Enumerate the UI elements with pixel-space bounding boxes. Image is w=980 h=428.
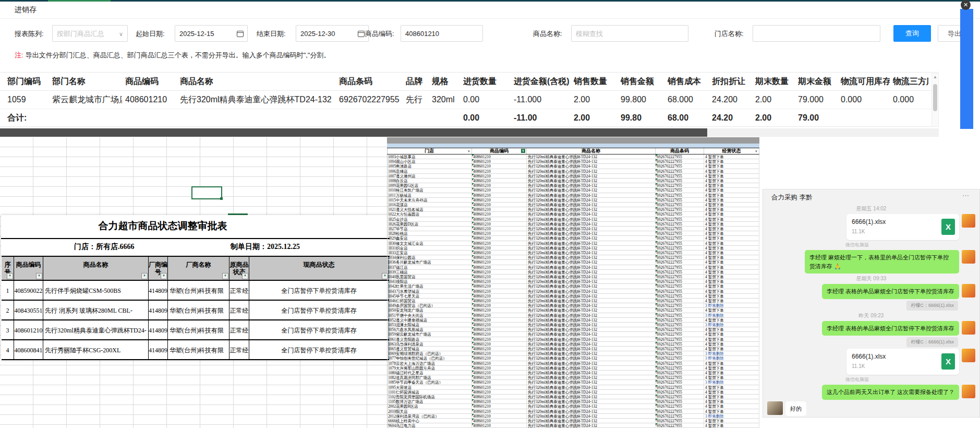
excel-mid-cell[interactable]: 408601210	[472, 169, 527, 174]
excel-mid-cell[interactable]: 6926702227955	[656, 327, 704, 332]
excel-mid-column-header[interactable]: 经营状态▼	[704, 148, 759, 154]
excel-mid-cell[interactable]: 先行320ml精典泰迪童心弹跳杯TD24-132	[527, 284, 656, 289]
excel-mid-cell[interactable]: 408601210	[472, 323, 527, 327]
filter-icon[interactable]: ▼	[7, 273, 13, 279]
excel-mid-cell[interactable]: 先行320ml精典泰迪童心弹跳杯TD24-132	[527, 246, 656, 251]
excel-mid-cell[interactable]: 3 即将删除	[704, 414, 759, 419]
query-button[interactable]: 查询	[893, 25, 931, 42]
excel-mid-cell[interactable]: 6926702227955	[656, 241, 704, 246]
excel-mid-cell[interactable]: 1079大兴将军山田园方舟店	[387, 366, 472, 371]
excel-mid-cell[interactable]: 3 即将删除	[704, 303, 759, 308]
excel-mid-column-header[interactable]: 商品编码T	[472, 148, 527, 154]
approval-cell[interactable]: 4148098	[149, 281, 168, 301]
excel-mid-cell[interactable]: 1065遵义世贸城店	[387, 347, 472, 351]
excel-mid-cell[interactable]: 1010桂江美筑广场店	[387, 188, 472, 193]
excel-mid-cell[interactable]: 4 暂禁下单	[704, 255, 759, 260]
store-name-input[interactable]	[753, 25, 880, 42]
excel-mid-cell[interactable]: 408601210	[472, 327, 527, 332]
file-card[interactable]: 6666(1).xlsx 11.1K X	[846, 349, 959, 375]
excel-mid-cell[interactable]: 4 暂禁下单	[704, 222, 759, 227]
excel-mid-cell[interactable]: 先行320ml精典泰迪童心弹跳杯TD24-132	[527, 337, 656, 342]
excel-mid-cell[interactable]: 先行320ml精典泰迪童心弹跳杯TD24-132	[527, 351, 656, 356]
excel-mid-cell[interactable]: 1016花溪店	[387, 203, 472, 207]
excel-mid-cell[interactable]: 1052遵义中建幸福城店	[387, 318, 472, 323]
excel-mid-cell[interactable]: 6926702227955	[656, 303, 704, 308]
excel-mid-cell[interactable]: 1056六盘水凤凰城店	[387, 327, 472, 332]
quoted-message[interactable]: 柠檬C：6666(1).xlsx	[906, 301, 958, 311]
excel-mid-cell[interactable]: 408601210	[472, 414, 527, 419]
excel-mid-cell[interactable]: 408601210	[472, 356, 527, 361]
excel-mid-cell[interactable]: 408601210	[472, 174, 527, 179]
avatar[interactable]	[962, 321, 975, 335]
excel-mid-cell[interactable]: 3 即将删除	[704, 356, 759, 361]
excel-mid-cell[interactable]: 408601210	[472, 351, 527, 356]
excel-mid-cell[interactable]: 先行320ml精典泰迪童心弹跳杯TD24-132	[527, 174, 656, 179]
excel-mid-cell[interactable]: 6926702227955	[656, 351, 704, 356]
excel-mid-cell[interactable]: 先行320ml精典泰迪童心弹跳杯TD24-132	[527, 231, 656, 236]
excel-mid-cell[interactable]: 6926702227955	[656, 414, 704, 419]
excel-mid-cell[interactable]: 6926702227955	[656, 188, 704, 193]
excel-mid-cell[interactable]: 408601210	[472, 419, 527, 423]
scrollbar-up-icon[interactable]: ▲	[932, 75, 938, 79]
excel-mid-cell[interactable]: 1030修文文城汇金店	[387, 241, 472, 246]
approval-cell[interactable]: 408430551	[14, 301, 43, 320]
excel-mid-cell[interactable]: 6926702227955	[656, 395, 704, 399]
excel-mid-cell[interactable]: 4 暂禁下单	[704, 385, 759, 390]
product-name-input[interactable]: 模糊查找	[571, 25, 688, 42]
excel-mid-cell[interactable]: 1095大营坡店	[387, 385, 472, 390]
excel-mid-cell[interactable]: 1051平塘中央大街店	[387, 313, 472, 318]
excel-mid-cell[interactable]: 408601210	[472, 260, 527, 265]
approval-cell[interactable]: 正常经营	[229, 340, 249, 360]
excel-mid-cell[interactable]: 1040凯里国贸店	[387, 275, 472, 279]
excel-mid-cell[interactable]: 1007遵义播州店	[387, 174, 472, 179]
excel-mid-cell[interactable]: 先行320ml精典泰迪童心弹跳杯TD24-132	[527, 395, 656, 399]
excel-mid-cell[interactable]: 408601210	[472, 390, 527, 395]
excel-mid-cell[interactable]: 408601210	[472, 183, 527, 188]
approval-cell[interactable]: 2	[2, 301, 14, 320]
excel-mid-cell[interactable]: 4 暂禁下单	[704, 169, 759, 174]
excel-mid-cell[interactable]: 先行320ml精典泰迪童心弹跳杯TD24-132	[527, 227, 656, 231]
excel-mid-cell[interactable]: 6926702227955	[656, 356, 704, 361]
excel-mid-cell[interactable]: 先行320ml精典泰迪童心弹跳杯TD24-132	[527, 179, 656, 183]
excel-mid-cell[interactable]: 4 暂禁下单	[704, 337, 759, 342]
excel-mid-cell[interactable]: 6926702227955	[656, 174, 704, 179]
approval-cell[interactable]: 全门店暂停下单控货清库存	[249, 340, 389, 360]
excel-mid-cell[interactable]: 先行320ml精典泰迪童心弹跳杯TD24-132	[527, 154, 656, 159]
excel-mid-cell[interactable]: 4 暂禁下单	[704, 275, 759, 279]
excel-mid-cell[interactable]: 408601210	[472, 399, 527, 404]
excel-mid-cell[interactable]: 先行320ml精典泰迪童心弹跳杯TD24-132	[527, 265, 656, 270]
excel-mid-cell[interactable]: 4 暂禁下单	[704, 399, 759, 404]
approval-cell[interactable]: 4148098	[149, 301, 168, 320]
horizontal-scrollbar-thumb[interactable]	[0, 128, 707, 137]
close-icon[interactable]: ✕	[961, 0, 971, 10]
excel-mid-cell[interactable]: 408601210	[472, 337, 527, 342]
excel-mid-cell[interactable]: 3 即将删除	[704, 323, 759, 327]
excel-mid-cell[interactable]: 1039三穗店	[387, 270, 472, 275]
excel-mid-cell[interactable]: 1006息烽店	[387, 169, 472, 174]
excel-mid-cell[interactable]: 3 即将删除	[704, 380, 759, 385]
excel-mid-cell[interactable]: 4 暂禁下单	[704, 289, 759, 294]
approval-cell[interactable]: 1	[2, 281, 14, 301]
excel-selected-cell[interactable]	[191, 186, 222, 199]
excel-mid-cell[interactable]: 408601210	[472, 236, 527, 241]
excel-mid-cell[interactable]: 1027毕节店	[387, 227, 472, 231]
excel-mid-cell[interactable]: 4 暂禁下单	[704, 231, 759, 236]
excel-mid-cell[interactable]: 4 暂禁下单	[704, 390, 759, 395]
excel-mid-cell[interactable]: 4 暂禁下单	[704, 270, 759, 275]
filter-icon[interactable]: ▼	[755, 149, 758, 154]
excel-mid-cell[interactable]: 6926702227955	[656, 385, 704, 390]
excel-mid-cell[interactable]: 先行320ml精典泰迪童心弹跳杯TD24-132	[527, 332, 656, 337]
excel-mid-cell[interactable]: 4 暂禁下单	[704, 347, 759, 351]
excel-mid-cell[interactable]: 6926702227955	[656, 342, 704, 347]
excel-mid-cell[interactable]: 6926702227955	[656, 246, 704, 251]
excel-mid-cell[interactable]: 6926702227955	[656, 222, 704, 227]
approval-header[interactable]: 现商品状态▼	[249, 257, 389, 281]
excel-mid-cell[interactable]: 1026花果园D区店	[387, 222, 472, 227]
excel-mid-cell[interactable]: 1042红果生活广场店	[387, 284, 472, 289]
excel-mid-cell[interactable]: 6926702227955	[656, 308, 704, 313]
excel-mid-cell[interactable]: 先行320ml精典泰迪童心弹跳杯TD24-132	[527, 399, 656, 404]
excel-mid-cell[interactable]: 1034保利公园店	[387, 255, 472, 260]
excel-mid-cell[interactable]: 先行320ml精典泰迪童心弹跳杯TD24-132	[527, 159, 656, 164]
excel-mid-cell[interactable]: 6926702227955	[656, 419, 704, 423]
excel-mid-cell[interactable]: 1049余庆国贸店（已闭店）	[387, 303, 472, 308]
